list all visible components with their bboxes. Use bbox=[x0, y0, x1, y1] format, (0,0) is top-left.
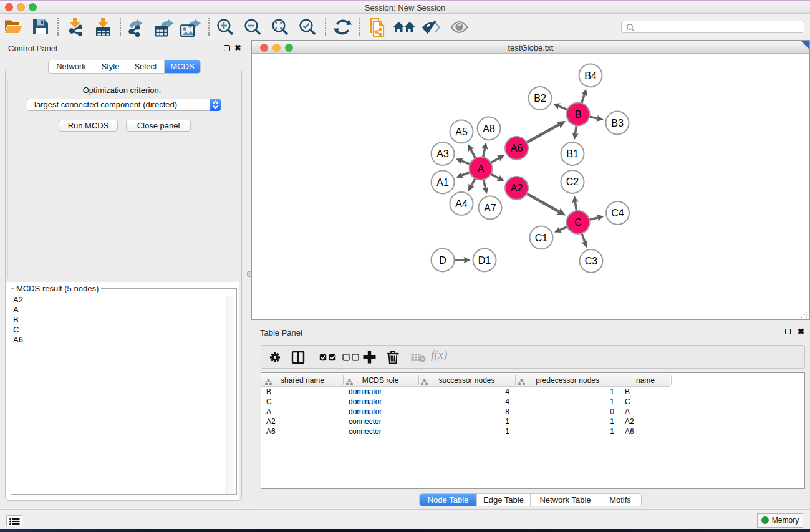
svg-text:D1: D1 bbox=[478, 255, 491, 266]
svg-text:C2: C2 bbox=[566, 177, 579, 187]
svg-text:A4: A4 bbox=[455, 198, 468, 209]
svg-text:B4: B4 bbox=[584, 70, 597, 81]
svg-text:B2: B2 bbox=[534, 93, 546, 104]
svg-text:B: B bbox=[575, 109, 582, 120]
svg-text:A1: A1 bbox=[436, 177, 449, 188]
svg-text:C4: C4 bbox=[611, 208, 624, 218]
svg-text:B1: B1 bbox=[566, 148, 579, 159]
svg-text:A6: A6 bbox=[511, 143, 523, 153]
svg-text:A5: A5 bbox=[455, 127, 468, 137]
svg-text:A7: A7 bbox=[484, 203, 496, 213]
svg-text:A8: A8 bbox=[483, 123, 495, 134]
svg-text:C: C bbox=[574, 217, 582, 228]
svg-text:A: A bbox=[478, 163, 485, 174]
svg-text:B3: B3 bbox=[611, 118, 624, 128]
svg-text:A3: A3 bbox=[436, 148, 449, 159]
svg-text:A2: A2 bbox=[511, 183, 523, 193]
svg-text:C3: C3 bbox=[585, 256, 598, 266]
svg-text:C1: C1 bbox=[535, 233, 548, 243]
svg-text:D: D bbox=[439, 255, 446, 266]
